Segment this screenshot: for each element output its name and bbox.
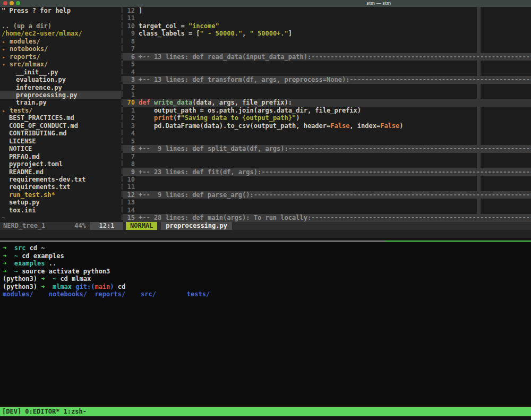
folded-code-line[interactable]: 12+-- 9 lines: def parse_arg():---------… [123,191,531,199]
code-line-text: ] [139,7,531,14]
chevron-down-icon[interactable]: ▾ [2,61,10,68]
code-line[interactable]: 9class_labels = [" - 50000.", " 50000+."… [123,30,531,37]
text-segment: git:( [75,283,95,290]
line-number: 4 [123,130,139,137]
text-segment: " 50000+." [250,30,288,37]
folded-code-line[interactable]: 6+-- 9 lines: def split_data(df, args):-… [123,145,531,152]
vim-command-line[interactable] [0,230,531,238]
code-line-text: class_labels = [" - 50000.", " 50000+."] [139,30,531,37]
code-line[interactable]: 14 [123,207,531,214]
terminal-pane[interactable]: ➜ src cd ~➜ ~ cd examples➜ examples ..➜ … [0,242,531,407]
tree-item[interactable]: ▸modules/ [0,38,121,45]
line-number: 7 [123,153,139,160]
tree-item [0,14,121,22]
tree-item[interactable]: __init__.py [0,68,121,76]
chevron-right-icon[interactable]: ▸ [2,107,10,114]
line-number: 4 [123,68,139,76]
tree-item[interactable]: README.md [0,168,121,176]
tree-item-label: tests/ [10,107,32,114]
tree-item[interactable]: ▸reports/ [0,53,121,61]
code-line[interactable]: 2 [123,84,531,91]
vim-mode-badge: NORMAL [126,222,157,230]
tree-item-label: tox.ini [9,207,36,214]
code-line[interactable]: 10 [123,176,531,183]
tree-item-label: PRFAQ.md [9,153,40,160]
folded-code-line[interactable]: 9+-- 23 lines: def fit(df, args):-------… [123,168,531,176]
tree-item[interactable]: /home/ec2-user/mlmax/ [0,30,121,37]
code-line[interactable]: 10target_col = "income" [123,22,531,30]
code-line[interactable]: 70def write_data(data, args, file_prefix… [123,99,531,106]
tmux-window-zsh[interactable]: 1:zsh- [64,408,87,415]
text-segment: ~ [14,268,22,275]
folded-code-line[interactable]: 15+-- 28 lines: def main(args): To run l… [123,214,531,221]
code-line[interactable]: 5 [123,61,531,68]
chevron-right-icon[interactable]: ▸ [2,46,10,53]
tree-item[interactable]: run_test.sh* [0,191,121,199]
code-line[interactable]: 1 output_path = os.path.join(args.data_d… [123,107,531,114]
tree-item-label: reports/ [10,53,40,61]
code-line[interactable]: 7 [123,45,531,53]
folded-code-line[interactable]: 3+-- 13 lines: def transform(df, args, p… [123,76,531,83]
nerdtree-statusline: NERD_tree_1 44% 12:1 [0,222,123,230]
code-line[interactable]: 2 print(f"Saving data to {output_path}") [123,114,531,122]
code-line[interactable]: 11 [123,14,531,22]
code-line[interactable]: 8 [123,160,531,168]
nerdtree-pane[interactable]: " Press ? for help.. (up a dir)/home/ec2… [0,7,121,222]
tree-item[interactable]: CONTRIBUTING.md [0,130,121,137]
code-line-text [139,160,531,168]
tree-item[interactable]: LICENSE [0,138,121,145]
text-segment: "Saving data to {output_path}" [181,114,296,122]
text-segment: (data, args, file_prefix): [192,99,292,106]
tree-item[interactable]: pyproject.toml [0,160,121,168]
tree-item[interactable]: train.py [0,99,121,106]
code-line[interactable]: 4 [123,130,531,137]
terminal-line: modules/ notebooks/ reports/ src/ tests/ [3,290,531,298]
tmux-window-editor[interactable]: 0:EDITOR* [25,408,63,415]
code-line[interactable]: 8 [123,38,531,45]
tree-item[interactable]: ▾src/mlmax/ [0,61,121,68]
tree-item[interactable]: inference.py [0,84,121,91]
tree-item[interactable]: ▸tests/ [0,107,121,114]
code-line[interactable]: 4 [123,68,531,76]
code-line-text [139,45,531,53]
code-line-text [139,61,531,68]
text-segment: def [139,99,150,106]
tree-item[interactable]: NOTICE [0,145,121,152]
tree-item-label: evaluation.py [16,76,66,83]
code-line[interactable]: 5 [123,138,531,145]
code-line[interactable]: 11 [123,183,531,191]
tree-item[interactable]: tox.ini [0,207,121,214]
tmux-status-bar: [DEV] 0:EDITOR* 1:zsh- [0,407,531,416]
tree-item[interactable]: preprocessing.py [0,91,121,99]
code-line[interactable]: 12] [123,7,531,14]
tree-item[interactable]: evaluation.py [0,76,121,83]
tree-item[interactable]: CODE_OF_CONDUCT.md [0,122,121,130]
tree-item-label: README.md [9,168,44,176]
code-line[interactable]: 3 pd.DataFrame(data).to_csv(output_path,… [123,122,531,130]
tree-item[interactable]: " Press ? for help [0,7,121,14]
chevron-right-icon[interactable]: ▸ [2,54,10,61]
bottom-edge [0,416,531,420]
code-line[interactable]: 1 [123,91,531,99]
tree-item[interactable]: PRFAQ.md [0,153,121,160]
tree-item[interactable]: requirements-dev.txt [0,176,121,183]
editor-pane[interactable]: 12]1110target_col = "income" 9class_labe… [123,7,531,222]
code-line[interactable]: 13 [123,199,531,206]
tree-item[interactable]: BEST_PRACTICES.md [0,114,121,122]
chevron-right-icon[interactable]: ▸ [2,38,10,45]
fold-dashes: ----------------------------------------… [311,214,531,221]
tree-item[interactable]: ▸notebooks/ [0,45,121,53]
terminal-line: ➜ examples .. [3,260,531,268]
folded-code-line[interactable]: 6+-- 13 lines: def read_data(input_data_… [123,53,531,61]
line-number: 11 [123,183,139,191]
code-line-text: def write_data(data, args, file_prefix): [139,99,531,106]
tree-item[interactable]: .. (up a dir) [0,22,121,30]
code-line[interactable]: 7 [123,153,531,160]
line-number: 5 [123,138,139,145]
line-number: 13 [123,199,139,206]
text-segment: (python3) [3,275,41,282]
tree-item[interactable]: setup.py [0,199,121,206]
tree-item-label: BEST_PRACTICES.md [9,114,74,122]
fold-dashes: ----------------------------------------… [349,76,531,83]
tree-item[interactable]: requirements.txt [0,183,121,191]
